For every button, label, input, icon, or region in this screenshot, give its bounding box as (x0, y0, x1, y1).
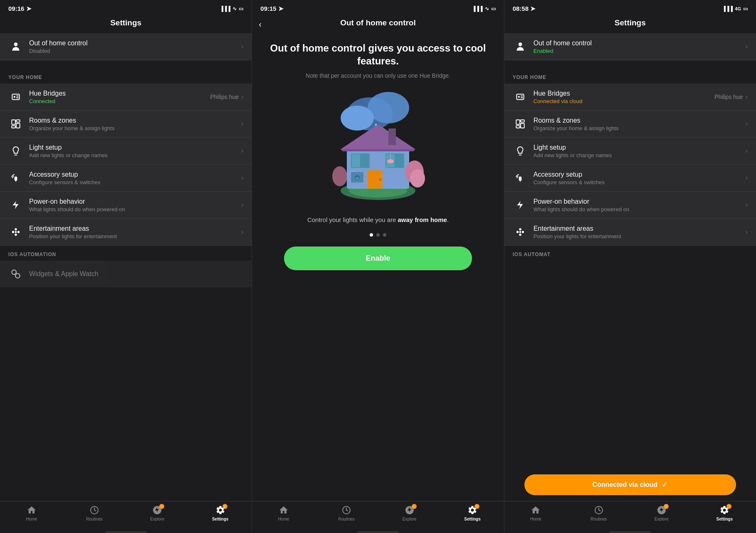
power-icon-3 (513, 197, 528, 212)
svg-point-16 (12, 270, 16, 274)
cloud-banner-check-3: ✓ (662, 480, 668, 489)
your-home-section-1: YOUR HOME (0, 69, 252, 84)
svg-rect-52 (521, 123, 524, 128)
tab-routines-2[interactable]: Routines (315, 505, 378, 521)
svg-point-47 (518, 96, 519, 98)
svg-point-43 (332, 166, 347, 186)
light-icon-3 (513, 143, 528, 158)
entertainment-item-1[interactable]: Entertainment areas Position your lights… (0, 219, 252, 246)
screen-2: 09:15 ➤ ▐▐▐ ∿ ▭ ‹ Out of home control Ou… (252, 0, 504, 533)
tab-explore-1[interactable]: ! Explore (126, 505, 189, 521)
svg-rect-9 (15, 177, 17, 181)
rooms-chevron-3: › (746, 120, 748, 128)
power-on-subtitle-1: What lights should do when powered on (29, 206, 241, 212)
hue-bridges-item-1[interactable]: Hue Bridges Connected Philips hue › (0, 84, 252, 111)
hue-bridges-text-3: Hue Bridges Connected via cloud (534, 90, 715, 104)
accessory-title-3: Accessory setup (534, 171, 746, 178)
tab-home-2[interactable]: Home (252, 505, 315, 521)
rooms-icon-1 (8, 116, 23, 131)
power-on-text-3: Power-on behavior What lights should do … (534, 198, 746, 212)
power-on-item-1[interactable]: Power-on behavior What lights should do … (0, 192, 252, 219)
svg-rect-49 (521, 97, 523, 98)
tab-explore-2[interactable]: ! Explore (378, 505, 441, 521)
tab-home-label-3: Home (530, 517, 541, 521)
cloud-banner-3[interactable]: Connected via cloud ✓ (524, 474, 736, 495)
routines-tab-icon-1 (89, 505, 100, 516)
svg-rect-8 (12, 126, 15, 128)
ios-item-1[interactable]: Widgets & Apple Watch (0, 261, 252, 287)
home-indicator-3 (609, 531, 651, 533)
dot-3 (383, 233, 386, 237)
out-of-home-item-1[interactable]: Out of home control Disabled › (0, 33, 252, 60)
power-on-item-3[interactable]: Power-on behavior What lights should do … (504, 192, 756, 219)
light-setup-item-3[interactable]: Light setup Add new lights or change nam… (504, 138, 756, 165)
your-home-section-3: YOUR HOME (504, 69, 756, 84)
rooms-title-1: Rooms & zones (29, 117, 241, 124)
user-icon-1 (8, 39, 23, 54)
out-of-home-title-1: Out of home control (29, 39, 241, 47)
ios-item-title-1: Widgets & Apple Watch (29, 270, 243, 278)
tab-home-label-1: Home (26, 517, 37, 521)
svg-point-11 (12, 231, 14, 233)
rooms-item-3[interactable]: Rooms & zones Organize your home & assig… (504, 111, 756, 138)
hue-bridges-chevron-1: › (241, 93, 243, 101)
ios-icon-1 (8, 266, 23, 281)
screen-1-content: Out of home control Disabled › YOUR HOME (0, 33, 252, 501)
status-icons-1: ▐▐▐ ∿ ▭ (220, 6, 244, 12)
entertainment-subtitle-3: Position your lights for entertainment (534, 233, 746, 239)
time-1: 09:16 ➤ (8, 5, 32, 12)
explore-badge-2: ! (412, 504, 417, 509)
tab-routines-label-3: Routines (590, 517, 607, 521)
tab-routines-3[interactable]: Routines (567, 505, 630, 521)
wifi-icon-1: ∿ (232, 6, 237, 12)
svg-rect-55 (520, 181, 521, 182)
accessory-text-1: Accessory setup Configure sensors & swit… (29, 171, 241, 185)
rooms-subtitle-3: Organize your home & assign lights (534, 125, 746, 131)
screen-2-header: ‹ Out of home control (252, 15, 504, 33)
accessory-item-3[interactable]: Accessory setup Configure sensors & swit… (504, 165, 756, 192)
rooms-icon-3 (513, 116, 528, 131)
accessory-item-1[interactable]: Accessory setup Configure sensors & swit… (0, 165, 252, 192)
tab-settings-3[interactable]: ! Settings (693, 505, 756, 521)
user-icon-3 (513, 39, 528, 54)
status-icons-2: ▐▐▐ ∿ ▭ (472, 6, 496, 12)
svg-rect-48 (521, 96, 523, 96)
signal-icon-2: ▐▐▐ (472, 6, 483, 12)
tab-settings-2[interactable]: ! Settings (441, 505, 504, 521)
screen-3: 08:58 ➤ ▐▐▐ 4G ▭ Settings Out of home (504, 0, 756, 533)
light-setup-title-1: Light setup (29, 144, 241, 151)
screen-1-header: Settings (0, 15, 252, 33)
tab-home-3[interactable]: Home (504, 505, 567, 521)
tab-settings-1[interactable]: ! Settings (189, 505, 252, 521)
entertainment-right-3: › (746, 228, 748, 236)
entertainment-title-1: Entertainment areas (29, 225, 241, 232)
enable-button[interactable]: Enable (284, 247, 472, 270)
hue-bridges-item-3[interactable]: Hue Bridges Connected via cloud Philips … (504, 84, 756, 111)
tab-routines-1[interactable]: Routines (63, 505, 126, 521)
rooms-text-1: Rooms & zones Organize your home & assig… (29, 117, 241, 131)
rooms-item-1[interactable]: Rooms & zones Organize your home & assig… (0, 111, 252, 138)
svg-rect-30 (361, 154, 369, 167)
wifi-icon-2: ∿ (485, 6, 489, 12)
entertainment-subtitle-1: Position your lights for entertainment (29, 233, 241, 239)
explore-tab-icon-2: ! (404, 505, 415, 516)
entertainment-item-3[interactable]: Entertainment areas Position your lights… (504, 219, 756, 246)
tab-explore-3[interactable]: ! Explore (630, 505, 693, 521)
back-button-2[interactable]: ‹ (259, 20, 262, 29)
svg-rect-46 (516, 94, 524, 100)
out-of-home-text-1: Out of home control Disabled (29, 39, 241, 54)
hue-bridges-title-3: Hue Bridges (534, 90, 715, 97)
out-of-home-item-3[interactable]: Out of home control Enabled › (504, 33, 756, 60)
svg-rect-6 (16, 120, 20, 122)
rooms-right-1: › (241, 120, 243, 128)
ooh-detail: Out of home control gives you access to … (252, 33, 504, 287)
hue-bridges-text-1: Hue Bridges Connected (29, 90, 210, 104)
tab-home-1[interactable]: Home (0, 505, 63, 521)
light-setup-item-1[interactable]: Light setup Add new lights or change nam… (0, 138, 252, 165)
ios-item-text-1: Widgets & Apple Watch (29, 270, 243, 278)
accessory-subtitle-1: Configure sensors & switches (29, 179, 241, 185)
home-tab-icon-3 (530, 505, 541, 516)
out-of-home-right-3: › (746, 43, 748, 50)
accessory-right-3: › (746, 174, 748, 182)
svg-point-35 (379, 178, 382, 181)
